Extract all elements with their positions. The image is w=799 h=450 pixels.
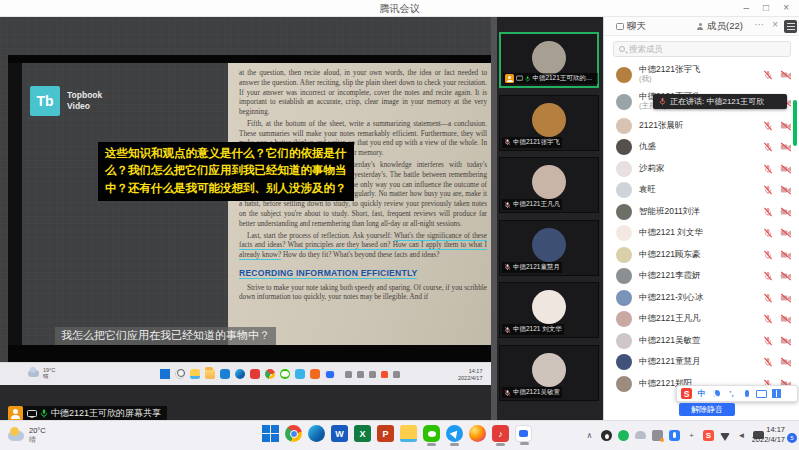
mic-muted-icon[interactable]: [763, 207, 773, 217]
sogou-logo-icon[interactable]: S: [681, 388, 692, 399]
tray-icon[interactable]: [345, 371, 352, 378]
mic-muted-icon[interactable]: [763, 70, 773, 80]
unmute-button[interactable]: 解除静音: [679, 403, 735, 416]
mic-muted-icon[interactable]: [763, 121, 773, 131]
mic-muted-icon[interactable]: [763, 142, 773, 152]
mic-muted-icon[interactable]: [763, 228, 773, 238]
windows-start-icon[interactable]: [262, 425, 279, 442]
mic-muted-icon[interactable]: [763, 164, 773, 174]
mic-muted-icon[interactable]: [763, 314, 773, 324]
sogou-tray-icon[interactable]: [381, 371, 388, 378]
meeting-icon[interactable]: [325, 369, 335, 379]
orange-app-icon[interactable]: [310, 369, 320, 379]
中德2121童慧月[interactable]: 中德2121童慧月: [499, 220, 599, 276]
mic-muted-icon[interactable]: [763, 293, 773, 303]
中德2121童慧月[interactable]: 中德2121童慧月: [604, 352, 799, 374]
chrome-icon[interactable]: [285, 425, 302, 442]
voice-input-icon[interactable]: [669, 430, 680, 441]
wechat-icon[interactable]: [423, 425, 440, 442]
camera-off-icon[interactable]: [780, 293, 792, 303]
file-explorer-icon[interactable]: [400, 425, 417, 442]
2121张晨昕[interactable]: 2121张晨昕: [604, 115, 799, 137]
red-app-icon[interactable]: [250, 369, 260, 379]
volume-icon[interactable]: ◄: [736, 430, 747, 441]
中德2121 刘文华[interactable]: 中德2121 刘文华: [604, 223, 799, 245]
camera-off-icon[interactable]: [780, 357, 792, 367]
taskbar-clock[interactable]: 14:172022/4/17: [752, 425, 785, 445]
camera-off-icon[interactable]: [780, 271, 792, 281]
ime-lang-icon[interactable]: 中: [696, 388, 707, 399]
panel-close-button[interactable]: ×: [772, 19, 778, 30]
中德2121王可欣的屏幕...[interactable]: 中德2121王可欣的屏幕...: [499, 32, 599, 88]
close-button[interactable]: ×: [783, 2, 789, 13]
中德2121吴敏萱[interactable]: 中德2121吴敏萱: [604, 330, 799, 352]
tray-icon[interactable]: [393, 371, 400, 378]
panel-collapse-button[interactable]: [784, 20, 797, 33]
mail-icon[interactable]: [220, 369, 230, 379]
camera-off-icon[interactable]: [780, 142, 792, 152]
中德2121王凡凡[interactable]: 中德2121王凡凡: [604, 309, 799, 331]
tencent-meeting-icon[interactable]: [515, 425, 532, 442]
wifi-icon[interactable]: [720, 433, 730, 441]
powerpoint-icon[interactable]: P: [377, 425, 394, 442]
camera-off-icon[interactable]: [780, 336, 792, 346]
qq-icon[interactable]: [601, 430, 612, 441]
ime-mic-icon[interactable]: [741, 388, 752, 399]
tray-icon[interactable]: [357, 371, 364, 378]
weather-widget[interactable]: 20°C晴: [8, 426, 46, 445]
中德2121 刘文华[interactable]: 中德2121 刘文华: [499, 282, 599, 338]
中德2121顾东豪[interactable]: 中德2121顾东豪: [604, 244, 799, 266]
panel-more-button[interactable]: ···: [754, 19, 764, 30]
中德2121-刘心冰[interactable]: 中德2121-刘心冰: [604, 287, 799, 309]
mic-muted-icon[interactable]: [763, 271, 773, 281]
edge-icon[interactable]: [235, 369, 245, 379]
tab-members[interactable]: 成员(22): [696, 20, 743, 33]
tab-chat[interactable]: 聊天: [616, 20, 646, 33]
中德2121吴敏萱[interactable]: 中德2121吴敏萱: [499, 345, 599, 401]
notification-badge[interactable]: 5: [787, 433, 797, 443]
camera-off-icon[interactable]: [780, 207, 792, 217]
智能班2011刘洋[interactable]: 智能班2011刘洋: [604, 201, 799, 223]
camera-off-icon[interactable]: [780, 314, 792, 324]
excel-icon[interactable]: X: [354, 425, 371, 442]
tray-icon[interactable]: [369, 371, 376, 378]
ime-mode-icon[interactable]: +: [686, 430, 697, 441]
mic-muted-icon[interactable]: [763, 185, 773, 195]
windows-start-icon[interactable]: [160, 369, 170, 379]
mic-muted-icon[interactable]: [763, 357, 773, 367]
camera-off-icon[interactable]: [780, 70, 792, 80]
中德2121张宇飞[interactable]: 中德2121张宇飞: [499, 95, 599, 151]
chrome-icon[interactable]: [265, 369, 275, 379]
camera-off-icon[interactable]: [780, 250, 792, 260]
music-app-icon[interactable]: ♪: [492, 425, 509, 442]
中德2121张宇飞[interactable]: 中德2121张宇飞 (我): [604, 61, 799, 88]
edge-icon[interactable]: [308, 425, 325, 442]
word-icon[interactable]: W: [331, 425, 348, 442]
mic-muted-icon[interactable]: [763, 250, 773, 260]
minimize-button[interactable]: –: [744, 2, 750, 13]
cloud-sync-icon[interactable]: [635, 431, 646, 439]
中德2121李霞妍[interactable]: 中德2121李霞妍: [604, 266, 799, 288]
ime-punct-icon[interactable]: ’,: [726, 388, 737, 399]
member-search-box[interactable]: [613, 41, 791, 57]
camera-off-icon[interactable]: [780, 121, 792, 131]
tray-expand-icon[interactable]: ∧: [584, 430, 595, 441]
ime-toolbox-icon[interactable]: [771, 388, 782, 399]
bird-app-icon[interactable]: [446, 425, 463, 442]
仇盛[interactable]: 仇盛: [604, 137, 799, 159]
sogou-tray-icon[interactable]: S: [703, 430, 714, 441]
camera-off-icon[interactable]: [780, 164, 792, 174]
袁旺[interactable]: 袁旺: [604, 180, 799, 202]
file-explorer-icon[interactable]: [190, 369, 200, 379]
firefox-icon[interactable]: [469, 425, 486, 442]
maximize-button[interactable]: □: [763, 2, 769, 13]
ime-keyboard-icon[interactable]: [756, 388, 767, 399]
360-safe-icon[interactable]: [618, 430, 629, 441]
phone-link-icon[interactable]: [652, 430, 663, 441]
member-list-scrollbar[interactable]: [793, 100, 797, 146]
folder-icon[interactable]: [205, 369, 215, 379]
mic-muted-icon[interactable]: [763, 336, 773, 346]
中德2121王凡凡[interactable]: 中德2121王凡凡: [499, 157, 599, 213]
ime-moon-icon[interactable]: [711, 388, 722, 399]
沙莉家[interactable]: 沙莉家: [604, 158, 799, 180]
